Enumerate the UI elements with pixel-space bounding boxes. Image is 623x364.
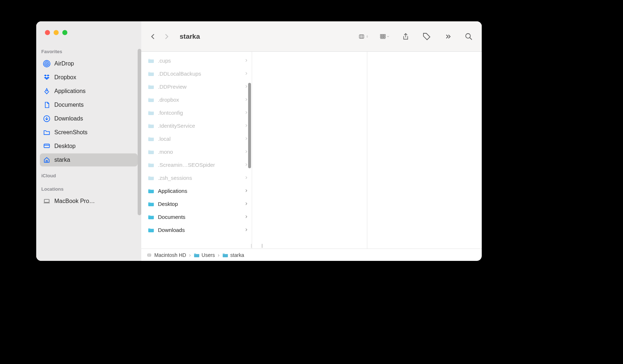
toolbar: starka xyxy=(141,21,482,52)
chevron-right-icon xyxy=(244,175,248,180)
sidebar-item-label: MacBook Pro… xyxy=(54,198,95,204)
file-label: .mono xyxy=(158,149,242,155)
sidebar-item-airdrop[interactable]: AirDrop xyxy=(40,57,138,70)
file-label: .local xyxy=(158,136,242,142)
column-2-resize-handle[interactable]: ‖ xyxy=(259,243,265,248)
file-label: Downloads xyxy=(158,227,242,233)
sidebar-item-downloads[interactable]: Downloads xyxy=(40,112,138,125)
chevron-right-icon xyxy=(244,189,248,193)
zoom-window-button[interactable] xyxy=(62,30,67,35)
file-row[interactable]: Desktop xyxy=(141,197,252,210)
file-label: .IdentityService xyxy=(158,123,242,129)
sidebar-item-label: ScreenShots xyxy=(54,129,88,136)
sidebar-heading-locations: Locations xyxy=(36,181,141,194)
dropbox-icon xyxy=(43,73,51,81)
back-button[interactable] xyxy=(149,33,156,40)
folder-icon xyxy=(148,71,154,76)
sidebar-item-label: Desktop xyxy=(54,143,76,149)
chevron-right-icon xyxy=(244,84,248,89)
file-row[interactable]: .IdentityService xyxy=(141,119,252,132)
file-row[interactable]: .cups xyxy=(141,54,252,67)
folder-icon xyxy=(148,162,154,167)
folder-icon xyxy=(148,110,154,115)
column-1-resize-handle[interactable]: ‖ xyxy=(249,243,252,248)
desktop-icon xyxy=(43,142,51,150)
sidebar-heading-icloud: iCloud xyxy=(36,167,141,181)
column-browser: .cups.DDLocalBackups.DDPreview.dropbox.f… xyxy=(141,52,482,249)
column-1-scrollbar[interactable] xyxy=(248,83,251,168)
sidebar-item-label: Applications xyxy=(54,88,85,94)
path-segment-0[interactable]: Macintosh HD xyxy=(146,252,186,258)
group-by-button[interactable] xyxy=(380,32,390,41)
file-label: .cups xyxy=(158,58,242,64)
hdd-icon xyxy=(146,253,152,258)
chevron-right-icon xyxy=(244,71,248,76)
sidebar-item-home[interactable]: starka xyxy=(40,153,138,166)
sidebar-item-label: Downloads xyxy=(54,115,83,122)
folder-icon xyxy=(148,227,154,232)
folder-icon xyxy=(148,97,154,102)
chevron-right-icon xyxy=(244,215,248,219)
folder-icon xyxy=(148,201,154,206)
chevron-right-icon xyxy=(244,110,248,115)
file-row[interactable]: .mono xyxy=(141,145,252,158)
file-row[interactable]: .zsh_sessions xyxy=(141,171,252,184)
chevron-right-icon xyxy=(244,123,248,128)
sidebar-item-desktop[interactable]: Desktop xyxy=(40,140,138,153)
path-label: Users xyxy=(202,252,215,258)
share-button[interactable] xyxy=(401,32,411,41)
search-button[interactable] xyxy=(464,32,474,41)
file-row[interactable]: Applications xyxy=(141,184,252,197)
sidebar-heading-favorites: Favorites xyxy=(36,43,141,56)
file-label: .fontconfig xyxy=(158,110,242,116)
chevron-right-icon xyxy=(244,149,248,154)
path-segment-2[interactable]: starka xyxy=(222,252,244,258)
folder-icon xyxy=(222,253,228,258)
chevron-right-icon xyxy=(244,162,248,167)
file-row[interactable]: .local xyxy=(141,132,252,145)
path-label: starka xyxy=(230,252,244,258)
folder-icon xyxy=(148,188,154,193)
sidebar-scrollbar[interactable] xyxy=(138,49,141,215)
window-controls xyxy=(36,21,141,43)
file-row[interactable]: .DDLocalBackups xyxy=(141,67,252,80)
sidebar-section-favorites: Favorites AirDrop Dropbox Applications D… xyxy=(36,43,141,167)
window-title: starka xyxy=(180,33,200,41)
minimize-window-button[interactable] xyxy=(54,30,59,35)
file-row[interactable]: Documents xyxy=(141,210,252,223)
column-2: ‖ xyxy=(252,52,367,249)
sidebar-item-label: starka xyxy=(54,157,70,163)
sidebar-section-icloud: iCloud xyxy=(36,167,141,181)
file-row[interactable]: .Screamin…SEOSpider xyxy=(141,158,252,171)
document-icon xyxy=(43,101,51,109)
sidebar: Favorites AirDrop Dropbox Applications D… xyxy=(36,21,141,261)
sidebar-item-applications[interactable]: Applications xyxy=(40,85,138,98)
sidebar-item-macbook[interactable]: MacBook Pro… xyxy=(40,195,138,208)
path-segment-1[interactable]: Users xyxy=(194,252,215,258)
main-area: starka .cups.DDLocalBackups.DD xyxy=(141,21,482,261)
close-window-button[interactable] xyxy=(45,30,50,35)
overflow-button[interactable] xyxy=(443,32,453,41)
sidebar-section-locations: Locations MacBook Pro… xyxy=(36,181,141,208)
column-1: .cups.DDLocalBackups.DDPreview.dropbox.f… xyxy=(141,52,252,249)
forward-button[interactable] xyxy=(163,33,170,40)
file-row[interactable]: Downloads xyxy=(141,223,252,236)
path-label: Macintosh HD xyxy=(154,252,186,258)
folder-icon xyxy=(148,84,154,89)
view-mode-button[interactable] xyxy=(359,32,369,41)
file-row[interactable]: .DDPreview xyxy=(141,80,252,93)
file-row[interactable]: .fontconfig xyxy=(141,106,252,119)
path-bar: Macintosh HD › Users › starka xyxy=(141,249,482,261)
sidebar-item-documents[interactable]: Documents xyxy=(40,98,138,111)
folder-icon xyxy=(148,175,154,180)
toolbar-actions xyxy=(359,32,474,41)
tags-button[interactable] xyxy=(422,32,432,41)
folder-icon xyxy=(148,123,154,128)
chevron-right-icon xyxy=(244,136,248,141)
file-row[interactable]: .dropbox xyxy=(141,93,252,106)
home-icon xyxy=(43,156,51,164)
sidebar-item-screenshots[interactable]: ScreenShots xyxy=(40,126,138,139)
chevron-right-icon: › xyxy=(189,252,191,258)
chevron-right-icon xyxy=(244,228,248,232)
sidebar-item-dropbox[interactable]: Dropbox xyxy=(40,71,138,84)
